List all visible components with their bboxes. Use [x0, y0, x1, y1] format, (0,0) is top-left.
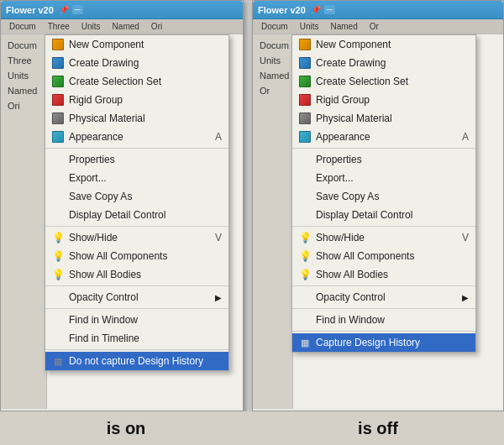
left-menu-show-all-bodies[interactable]: 💡 Show All Bodies	[45, 265, 228, 284]
right-pin-button[interactable]: 📌	[311, 5, 321, 14]
right-new-comp-icon	[297, 37, 312, 52]
right-sep-3	[292, 285, 475, 286]
left-sep-4	[45, 308, 228, 309]
right-sep-5	[292, 331, 475, 332]
left-tree-docum[interactable]: Docum	[1, 38, 46, 53]
left-tree-ori[interactable]: Ori	[1, 98, 46, 113]
right-show-all-comp-icon: 💡	[297, 249, 312, 264]
left-menu-display-detail-control[interactable]: Display Detail Control	[45, 206, 228, 224]
left-nav-three[interactable]: Three	[43, 21, 75, 32]
right-menu-show-all-bodies[interactable]: 💡 Show All Bodies	[292, 265, 475, 284]
right-opacity-arrow: ▶	[462, 293, 469, 302]
right-save-copy-icon	[297, 189, 312, 204]
left-appearance-icon	[50, 129, 66, 144]
left-sep-2	[45, 226, 228, 227]
left-pin-button[interactable]: 📌	[59, 5, 69, 14]
left-menu-save-copy-as[interactable]: Save Copy As	[45, 187, 228, 206]
right-sep-1	[292, 148, 475, 149]
right-menu-create-selection-set[interactable]: Create Selection Set	[292, 72, 475, 91]
right-menu-show-hide[interactable]: 💡 Show/Hide V	[292, 228, 475, 247]
left-nav-row: Docum Three Units Named Ori	[1, 19, 243, 34]
left-new-comp-icon	[50, 37, 66, 52]
left-sep-1	[45, 148, 228, 149]
right-export-icon	[297, 170, 312, 186]
right-menu-create-drawing[interactable]: Create Drawing	[292, 54, 475, 72]
right-show-hide-icon: 💡	[297, 230, 312, 245]
left-menu-physical-material[interactable]: Physical Material	[45, 109, 228, 128]
left-menu-appearance[interactable]: Appearance A	[45, 128, 228, 146]
right-nav-units[interactable]: Units	[295, 21, 324, 32]
right-nav-named[interactable]: Named	[325, 21, 362, 32]
right-nav-docum[interactable]: Docum	[256, 21, 293, 32]
right-tree-or[interactable]: Or	[253, 83, 292, 98]
left-sep-5	[45, 349, 228, 350]
right-menu-display-detail-control[interactable]: Display Detail Control	[292, 206, 475, 224]
left-nav-named[interactable]: Named	[108, 21, 144, 32]
left-menu-rigid-group[interactable]: Rigid Group	[45, 91, 228, 109]
right-context-menu: New Component Create Drawing Create Sele…	[291, 34, 476, 353]
left-tree-units[interactable]: Units	[1, 68, 46, 83]
left-menu-properties[interactable]: Properties	[45, 150, 228, 169]
left-menu-new-component[interactable]: New Component	[45, 35, 228, 54]
right-menu-find-in-window[interactable]: Find in Window	[292, 311, 475, 329]
right-menu-export[interactable]: Export...	[292, 169, 475, 187]
left-nav-docum[interactable]: Docum	[4, 21, 41, 32]
right-menu-show-all-components[interactable]: 💡 Show All Components	[292, 247, 475, 265]
right-window-title: Flower v20	[258, 5, 306, 15]
right-menu-properties[interactable]: Properties	[292, 150, 475, 169]
left-drawing-icon	[50, 55, 66, 71]
left-rigid-icon	[50, 92, 66, 107]
right-appearance-icon	[297, 129, 312, 144]
left-tree-named[interactable]: Named	[1, 83, 46, 98]
right-minimize-button[interactable]: ─	[324, 5, 335, 14]
left-menu-do-not-capture[interactable]: ▦ Do not capture Design History	[45, 352, 228, 370]
right-menu-rigid-group[interactable]: Rigid Group	[292, 91, 475, 109]
right-menu-physical-material[interactable]: Physical Material	[292, 109, 475, 128]
left-show-all-bodies-icon: 💡	[50, 267, 66, 282]
right-menu-capture-design-history[interactable]: ▦ Capture Design History	[292, 333, 475, 352]
left-bottom-label: is on	[107, 419, 146, 438]
left-find-window-icon	[50, 312, 66, 327]
left-material-icon	[50, 111, 66, 126]
left-opacity-arrow: ▶	[215, 293, 222, 302]
left-menu-find-in-timeline[interactable]: Find in Timeline	[45, 329, 228, 348]
left-show-all-comp-icon: 💡	[50, 249, 66, 264]
left-menu-show-all-components[interactable]: 💡 Show All Components	[45, 247, 228, 265]
right-find-window-icon	[297, 312, 312, 327]
right-tree-units[interactable]: Units	[253, 53, 292, 68]
right-menu-new-component[interactable]: New Component	[292, 35, 475, 54]
left-menu-opacity-control[interactable]: Opacity Control ▶	[45, 288, 228, 306]
right-properties-icon	[297, 152, 312, 167]
left-properties-icon	[50, 152, 66, 167]
left-menu-export[interactable]: Export...	[45, 169, 228, 187]
right-drawing-icon	[297, 55, 312, 71]
right-nav-row: Docum Units Named Or	[253, 19, 503, 34]
left-nav-units[interactable]: Units	[76, 21, 106, 32]
left-menu-create-drawing[interactable]: Create Drawing	[45, 54, 228, 72]
right-bottom-label: is off	[358, 419, 398, 438]
right-rigid-icon	[297, 92, 312, 107]
left-menu-find-in-window[interactable]: Find in Window	[45, 311, 228, 329]
left-show-hide-icon: 💡	[50, 230, 66, 245]
right-tree-named[interactable]: Named	[253, 68, 292, 83]
right-nav-or[interactable]: Or	[365, 21, 384, 32]
right-opacity-icon	[297, 290, 312, 305]
left-menu-show-hide[interactable]: 💡 Show/Hide V	[45, 228, 228, 247]
right-tree-docum[interactable]: Docum	[253, 38, 292, 53]
right-material-icon	[297, 111, 312, 126]
right-sep-2	[292, 226, 475, 227]
left-tree-three[interactable]: Three	[1, 53, 46, 68]
left-menu-create-selection-set[interactable]: Create Selection Set	[45, 72, 228, 91]
right-menu-opacity-control[interactable]: Opacity Control ▶	[292, 288, 475, 306]
right-menu-save-copy-as[interactable]: Save Copy As	[292, 187, 475, 206]
left-sep-3	[45, 285, 228, 286]
left-find-timeline-icon	[50, 331, 66, 346]
left-opacity-icon	[50, 290, 66, 305]
right-menu-appearance[interactable]: Appearance A	[292, 128, 475, 146]
right-capture-icon: ▦	[297, 335, 312, 350]
left-nav-ori[interactable]: Ori	[146, 21, 167, 32]
left-window-title: Flower v20	[6, 5, 54, 15]
left-save-copy-icon	[50, 189, 66, 204]
left-display-icon	[50, 207, 66, 222]
left-minimize-button[interactable]: ─	[72, 5, 83, 14]
